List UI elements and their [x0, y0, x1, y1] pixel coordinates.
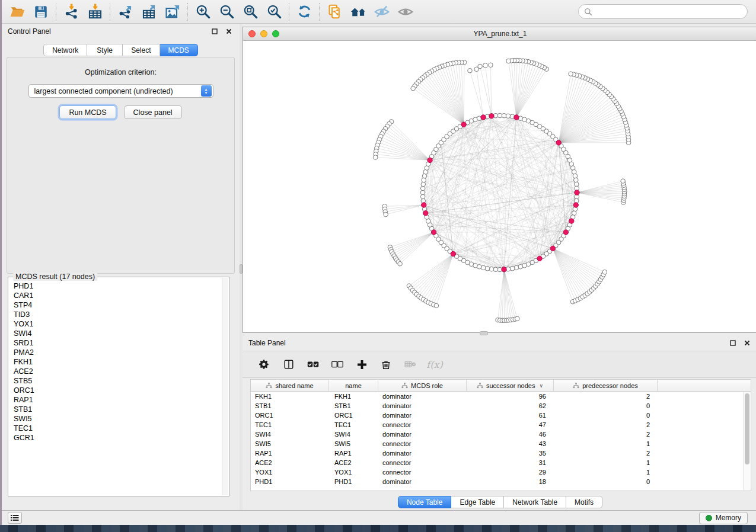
table-cell[interactable]: connector [378, 459, 467, 466]
table-cell[interactable]: 2 [554, 393, 658, 400]
settings-gear-icon[interactable] [259, 358, 270, 370]
import-network-icon[interactable] [59, 2, 83, 22]
mcds-result-item[interactable]: STB1 [14, 405, 228, 414]
table-cell[interactable]: 1 [554, 469, 658, 476]
search-field[interactable] [578, 4, 748, 19]
table-scrollbar[interactable] [743, 392, 750, 490]
scrollbar-thumb[interactable] [745, 393, 749, 464]
tab-select[interactable]: Select [123, 44, 160, 56]
table-cell[interactable]: connector [378, 440, 467, 447]
table-cell[interactable]: dominator [378, 402, 467, 409]
table-cell[interactable]: SWI4 [251, 431, 329, 438]
export-table-icon[interactable] [137, 2, 161, 22]
mcds-result-item[interactable]: ORC1 [14, 386, 228, 395]
tab-motifs[interactable]: Motifs [566, 496, 602, 508]
table-cell[interactable]: 46 [467, 431, 554, 438]
table-row[interactable]: YOX1YOX1connector291 [251, 467, 751, 477]
column-header-mcds-role[interactable]: MCDS role [378, 380, 467, 391]
mcds-result-item[interactable]: TID3 [14, 310, 228, 319]
column-header-successor-nodes[interactable]: successor nodes ∨ [467, 380, 554, 391]
float-panel-icon[interactable] [210, 27, 219, 36]
table-cell[interactable]: 1 [554, 440, 658, 447]
close-panel-icon[interactable] [742, 338, 752, 348]
table-cell[interactable]: 0 [554, 412, 658, 419]
duplicate-network-icon[interactable] [323, 2, 346, 22]
close-panel-icon[interactable] [224, 27, 234, 36]
close-panel-button[interactable]: Close panel [124, 105, 182, 119]
table-cell[interactable]: FKH1 [329, 393, 378, 400]
add-row-icon[interactable] [356, 358, 368, 370]
first-neighbors-icon[interactable] [346, 2, 370, 22]
run-mcds-button[interactable]: Run MCDS [59, 105, 116, 119]
zoom-in-icon[interactable] [191, 2, 215, 22]
tab-node-table[interactable]: Node Table [398, 496, 452, 508]
table-cell[interactable]: TEC1 [251, 421, 329, 428]
zoom-selected-icon[interactable] [262, 2, 286, 22]
table-cell[interactable]: 31 [467, 459, 554, 466]
table-cell[interactable]: YOX1 [251, 469, 329, 476]
table-cell[interactable]: 47 [467, 421, 554, 428]
table-row[interactable]: FKH1FKH1dominator962 [251, 392, 751, 401]
mcds-result-item[interactable]: TEC1 [14, 424, 228, 433]
table-cell[interactable]: ACE2 [329, 459, 378, 466]
table-cell[interactable]: YOX1 [329, 469, 378, 476]
mcds-result-item[interactable]: CAR1 [14, 291, 228, 300]
table-cell[interactable]: TEC1 [329, 421, 378, 428]
zoom-fit-icon[interactable] [238, 2, 262, 22]
table-cell[interactable]: STB1 [251, 402, 329, 409]
mcds-result-item[interactable]: SWI5 [14, 414, 228, 424]
table-cell[interactable]: 0 [554, 478, 658, 485]
network-titlebar[interactable]: YPA_prune.txt_1 [243, 27, 756, 41]
table-cell[interactable]: 2 [554, 450, 658, 457]
table-cell[interactable]: 61 [467, 412, 554, 419]
table-cell[interactable]: ORC1 [251, 412, 329, 419]
delete-row-icon[interactable] [380, 358, 392, 370]
table-cell[interactable]: 2 [554, 421, 658, 428]
mcds-result-item[interactable]: YOX1 [14, 319, 228, 329]
refresh-icon[interactable] [292, 2, 316, 22]
mcds-result-item[interactable]: FKH1 [14, 357, 228, 367]
table-cell[interactable]: dominator [378, 412, 467, 419]
table-row[interactable]: PHD1PHD1dominator180 [251, 477, 751, 486]
splitter-grip[interactable] [480, 331, 488, 335]
table-cell[interactable]: 96 [467, 393, 554, 400]
table-cell[interactable]: ORC1 [329, 412, 378, 419]
task-history-button[interactable] [8, 512, 22, 524]
table-cell[interactable]: dominator [378, 393, 467, 400]
mcds-result-item[interactable]: GCR1 [14, 433, 228, 443]
mcds-result-item[interactable]: ACE2 [14, 367, 228, 376]
save-icon[interactable] [29, 2, 53, 22]
table-cell[interactable]: 0 [554, 402, 658, 409]
mcds-result-item[interactable]: PMA2 [14, 348, 228, 357]
table-cell[interactable]: ACE2 [251, 459, 329, 466]
zoom-out-icon[interactable] [215, 2, 238, 22]
mcds-result-item[interactable]: STB5 [14, 376, 228, 386]
mcds-result-item[interactable]: SRD1 [14, 338, 228, 348]
table-cell[interactable]: SWI4 [329, 431, 378, 438]
table-cell[interactable]: connector [378, 421, 467, 428]
table-cell[interactable]: connector [378, 469, 467, 476]
column-header-shared-name[interactable]: shared name [251, 380, 329, 391]
mcds-result-item[interactable]: PHD1 [14, 281, 228, 291]
table-cell[interactable]: SWI5 [251, 440, 329, 447]
tab-mcds[interactable]: MCDS [160, 44, 198, 56]
tab-edge-table[interactable]: Edge Table [451, 496, 504, 508]
open-folder-icon[interactable] [5, 2, 29, 22]
table-cell[interactable]: 18 [467, 478, 554, 485]
table-row[interactable]: STB1STB1dominator620 [251, 401, 751, 411]
table-cell[interactable]: SWI5 [329, 440, 378, 447]
tab-style[interactable]: Style [87, 44, 123, 56]
search-input[interactable] [596, 8, 742, 16]
select-all-icon[interactable] [307, 358, 319, 370]
export-network-icon[interactable] [113, 2, 137, 22]
table-cell[interactable]: dominator [378, 450, 467, 457]
table-row[interactable]: TEC1TEC1connector472 [251, 420, 751, 430]
deselect-all-icon[interactable] [331, 358, 343, 370]
table-row[interactable]: RAP1RAP1dominator352 [251, 448, 751, 458]
table-cell[interactable]: STB1 [329, 402, 378, 409]
tab-network-table[interactable]: Network Table [504, 496, 566, 508]
mcds-result-item[interactable]: STP4 [14, 300, 228, 310]
show-all-icon[interactable] [394, 2, 417, 22]
mcds-result-list[interactable]: PHD1CAR1STP4TID3YOX1SWI4SRD1PMA2FKH1ACE2… [9, 278, 228, 495]
hide-selected-icon[interactable] [370, 2, 394, 22]
